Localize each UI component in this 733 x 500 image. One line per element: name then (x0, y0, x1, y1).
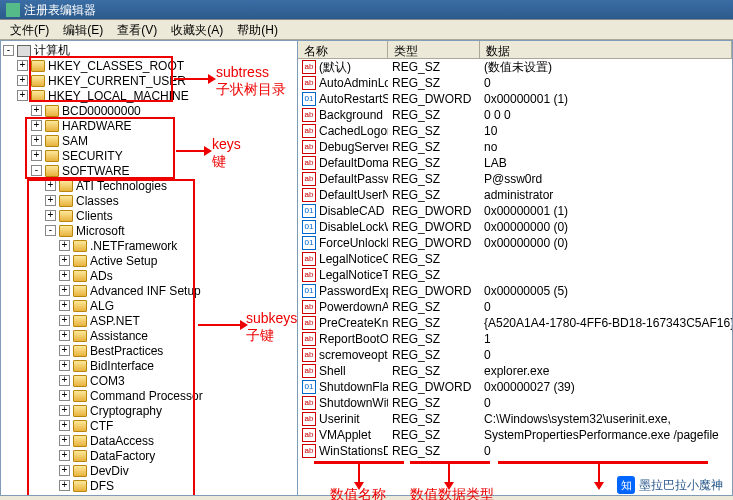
tree-subkey[interactable]: +Classes (1, 193, 297, 208)
tree-subkey[interactable]: +.NETFramework (1, 238, 297, 253)
registry-value-row[interactable]: UserinitREG_SZC:\Windows\system32\userin… (298, 411, 732, 427)
expand-icon[interactable]: + (59, 495, 70, 496)
value-list-pane[interactable]: 名称 类型 数据 (默认)REG_SZ(数值未设置)AutoAdminLogon… (298, 40, 733, 496)
expand-icon[interactable]: + (59, 285, 70, 296)
registry-value-row[interactable]: ShellREG_SZexplorer.exe (298, 363, 732, 379)
tree-hive[interactable]: +HKEY_CURRENT_USER (1, 73, 297, 88)
expand-icon[interactable]: - (31, 165, 42, 176)
column-type[interactable]: 类型 (388, 41, 480, 58)
menu-favorites[interactable]: 收藏夹(A) (165, 22, 229, 37)
tree-subkey[interactable]: +Active Setup (1, 253, 297, 268)
tree-subkey[interactable]: +ASP.NET (1, 313, 297, 328)
expand-icon[interactable]: + (59, 480, 70, 491)
tree-subkey[interactable]: +Cryptography (1, 403, 297, 418)
tree-key[interactable]: -SOFTWARE (1, 163, 297, 178)
expand-icon[interactable]: + (45, 195, 56, 206)
tree-subkey[interactable]: +BidInterface (1, 358, 297, 373)
expand-icon[interactable]: + (59, 255, 70, 266)
registry-value-row[interactable]: WinStationsDi...REG_SZ0 (298, 443, 732, 459)
registry-value-row[interactable]: PasswordExpir...REG_DWORD0x00000005 (5) (298, 283, 732, 299)
registry-tree-pane[interactable]: -计算机+HKEY_CLASSES_ROOT+HKEY_CURRENT_USER… (0, 40, 298, 496)
tree-subkey[interactable]: +ALG (1, 298, 297, 313)
expand-icon[interactable]: + (59, 345, 70, 356)
menu-file[interactable]: 文件(F) (4, 22, 55, 37)
expand-icon[interactable]: + (31, 105, 42, 116)
registry-value-row[interactable]: DefaultUserNameREG_SZadministrator (298, 187, 732, 203)
tree-subkey[interactable]: +Advanced INF Setup (1, 283, 297, 298)
tree-key[interactable]: +SECURITY (1, 148, 297, 163)
expand-icon[interactable]: + (59, 300, 70, 311)
tree-label: Clients (76, 209, 113, 223)
expand-icon[interactable]: + (17, 90, 28, 101)
tree-subkey[interactable]: +DevDiv (1, 463, 297, 478)
tree-hive[interactable]: +HKEY_CLASSES_ROOT (1, 58, 297, 73)
expand-icon[interactable]: + (59, 330, 70, 341)
expand-icon[interactable]: + (59, 315, 70, 326)
registry-value-row[interactable]: ForceUnlockLogonREG_DWORD0x00000000 (0) (298, 235, 732, 251)
tree-root[interactable]: -计算机 (1, 43, 297, 58)
registry-value-row[interactable]: (默认)REG_SZ(数值未设置) (298, 59, 732, 75)
registry-value-row[interactable]: AutoAdminLogonREG_SZ0 (298, 75, 732, 91)
expand-icon[interactable]: + (31, 120, 42, 131)
registry-value-row[interactable]: scremoveoptionREG_SZ0 (298, 347, 732, 363)
tree-subkey[interactable]: -Microsoft (1, 223, 297, 238)
string-value-icon (302, 60, 316, 74)
tree-subkey[interactable]: +CTF (1, 418, 297, 433)
registry-value-row[interactable]: ShutdownFlagsREG_DWORD0x00000027 (39) (298, 379, 732, 395)
menu-edit[interactable]: 编辑(E) (57, 22, 109, 37)
registry-value-row[interactable]: AutoRestartShellREG_DWORD0x00000001 (1) (298, 91, 732, 107)
tree-key[interactable]: +SAM (1, 133, 297, 148)
tree-subkey[interactable]: +Assistance (1, 328, 297, 343)
expand-icon[interactable]: - (3, 45, 14, 56)
expand-icon[interactable]: + (59, 435, 70, 446)
tree-subkey[interactable]: +Clients (1, 208, 297, 223)
expand-icon[interactable]: + (59, 375, 70, 386)
expand-icon[interactable]: + (59, 450, 70, 461)
registry-value-row[interactable]: DefaultPasswordREG_SZP@ssw0rd (298, 171, 732, 187)
expand-icon[interactable]: + (59, 465, 70, 476)
expand-icon[interactable]: + (45, 210, 56, 221)
tree-key[interactable]: +HARDWARE (1, 118, 297, 133)
expand-icon[interactable]: + (31, 135, 42, 146)
tree-subkey[interactable]: +ATI Technologies (1, 178, 297, 193)
menu-help[interactable]: 帮助(H) (231, 22, 284, 37)
tree-subkey[interactable]: +DataAccess (1, 433, 297, 448)
column-data[interactable]: 数据 (480, 41, 732, 58)
expand-icon[interactable]: + (59, 420, 70, 431)
registry-value-row[interactable]: CachedLogonsC...REG_SZ10 (298, 123, 732, 139)
tree-hive[interactable]: +HKEY_LOCAL_MACHINE (1, 88, 297, 103)
tree-subkey[interactable]: +COM3 (1, 373, 297, 388)
expand-icon[interactable]: + (31, 150, 42, 161)
registry-value-row[interactable]: LegalNoticeTextREG_SZ (298, 267, 732, 283)
registry-value-row[interactable]: VMAppletREG_SZSystemPropertiesPerformanc… (298, 427, 732, 443)
expand-icon[interactable]: - (45, 225, 56, 236)
tree-subkey[interactable]: +ADs (1, 268, 297, 283)
registry-value-row[interactable]: ReportBootOkREG_SZ1 (298, 331, 732, 347)
registry-value-row[interactable]: BackgroundREG_SZ0 0 0 (298, 107, 732, 123)
tree-subkey[interactable]: +DirectDraw (1, 493, 297, 496)
tree-subkey[interactable]: +BestPractices (1, 343, 297, 358)
registry-value-row[interactable]: LegalNoticeCa...REG_SZ (298, 251, 732, 267)
expand-icon[interactable]: + (17, 60, 28, 71)
expand-icon[interactable]: + (59, 270, 70, 281)
menu-view[interactable]: 查看(V) (111, 22, 163, 37)
registry-value-row[interactable]: DisableCADREG_DWORD0x00000001 (1) (298, 203, 732, 219)
registry-value-row[interactable]: PreCreateKnow...REG_SZ{A520A1A4-1780-4FF… (298, 315, 732, 331)
tree-subkey[interactable]: +DataFactory (1, 448, 297, 463)
registry-value-row[interactable]: DisableLockWo...REG_DWORD0x00000000 (0) (298, 219, 732, 235)
tree-subkey[interactable]: +DFS (1, 478, 297, 493)
expand-icon[interactable]: + (59, 390, 70, 401)
registry-value-row[interactable]: ShutdownWitho...REG_SZ0 (298, 395, 732, 411)
string-value-icon (302, 348, 316, 362)
expand-icon[interactable]: + (59, 405, 70, 416)
registry-value-row[interactable]: DefaultDomain...REG_SZLAB (298, 155, 732, 171)
expand-icon[interactable]: + (45, 180, 56, 191)
expand-icon[interactable]: + (59, 360, 70, 371)
tree-key[interactable]: +BCD00000000 (1, 103, 297, 118)
registry-value-row[interactable]: DebugServerCo...REG_SZno (298, 139, 732, 155)
column-name[interactable]: 名称 (298, 41, 388, 58)
registry-value-row[interactable]: PowerdownAfte...REG_SZ0 (298, 299, 732, 315)
expand-icon[interactable]: + (17, 75, 28, 86)
tree-subkey[interactable]: +Command Processor (1, 388, 297, 403)
expand-icon[interactable]: + (59, 240, 70, 251)
